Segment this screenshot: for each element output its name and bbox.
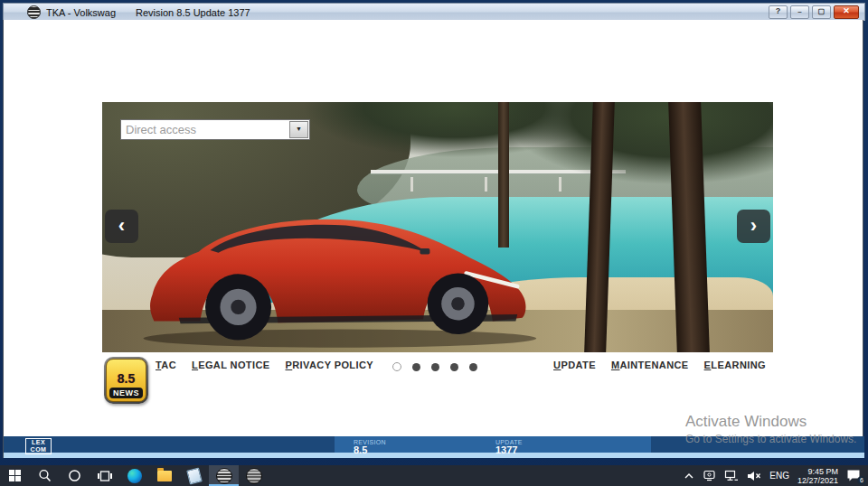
maximize-button[interactable]: ▢ <box>812 5 831 19</box>
hero-carousel: Direct access ▼ ‹ › <box>102 102 773 352</box>
news-badge[interactable]: 8.5 NEWS <box>104 357 148 404</box>
carousel-prev-button[interactable]: ‹ <box>105 210 138 243</box>
car-image <box>129 147 559 352</box>
carousel-dot[interactable] <box>469 363 477 371</box>
link-legal-notice[interactable]: LEGAL NOTICE <box>192 360 270 370</box>
carousel-dot[interactable] <box>392 362 401 371</box>
chevron-down-icon[interactable]: ▼ <box>289 121 308 138</box>
taskbar: ENG 9:45 PM 12/27/2021 6 <box>0 465 868 486</box>
device-tray-icon[interactable] <box>703 470 716 481</box>
lexcom-logo: LEX COM <box>25 438 52 454</box>
carousel-next-button[interactable]: › <box>737 210 770 243</box>
edge-button[interactable] <box>119 465 149 486</box>
window-title-revision: Revision 8.5 Update 1377 <box>136 7 250 18</box>
news-badge-label: NEWS <box>109 388 143 398</box>
link-elearning[interactable]: ELEARNING <box>704 360 766 370</box>
activate-windows-watermark-sub: Go to Settings to activate Windows. <box>685 433 856 445</box>
footer-links-left: TAC LEGAL NOTICE PRIVACY POLICY <box>156 360 373 370</box>
minimize-button[interactable]: – <box>790 5 809 19</box>
notes-app-button[interactable] <box>179 465 209 486</box>
direct-access-dropdown[interactable]: Direct access ▼ <box>120 119 310 140</box>
carousel-dot[interactable] <box>450 363 458 371</box>
link-update[interactable]: UPDATE <box>553 360 596 370</box>
window-titlebar[interactable]: TKA - Volkswag Revision 8.5 Update 1377 … <box>3 3 865 21</box>
cortana-button[interactable] <box>60 465 90 486</box>
chevron-right-icon: › <box>750 214 757 237</box>
carousel-dots <box>392 362 477 371</box>
revision-value: 8.5 <box>354 446 386 454</box>
cortana-icon <box>68 469 81 482</box>
file-explorer-button[interactable] <box>149 465 179 486</box>
language-indicator[interactable]: ENG <box>769 471 789 481</box>
search-button[interactable] <box>30 465 60 486</box>
news-badge-version: 8.5 <box>118 372 135 386</box>
start-button[interactable] <box>0 465 30 486</box>
footer-links-right: UPDATE MAINTENANCE ELEARNING <box>553 360 766 370</box>
task-view-button[interactable] <box>90 465 119 486</box>
folder-icon <box>157 471 172 481</box>
direct-access-value[interactable]: Direct access <box>121 121 289 138</box>
etka-app-button[interactable] <box>239 465 269 486</box>
activate-windows-watermark: Activate Windows <box>685 413 807 431</box>
desktop: TKA - Volkswag Revision 8.5 Update 1377 … <box>0 0 868 486</box>
system-tray: ENG 9:45 PM 12/27/2021 6 <box>684 467 868 485</box>
task-view-icon <box>98 470 112 482</box>
search-icon <box>38 469 52 482</box>
carousel-dot[interactable] <box>412 363 420 371</box>
link-tac[interactable]: TAC <box>156 360 176 370</box>
link-maintenance[interactable]: MAINTENANCE <box>611 360 689 370</box>
etka-app-button-active[interactable] <box>209 465 239 486</box>
update-value: 1377 <box>495 446 523 454</box>
revision-status: REVISION 8.5 <box>354 438 386 454</box>
link-privacy-policy[interactable]: PRIVACY POLICY <box>286 360 374 370</box>
etka-icon <box>246 468 262 484</box>
etka-icon <box>216 468 232 484</box>
window-title-app: TKA - Volkswag <box>46 7 116 18</box>
update-status: UPDATE 1377 <box>495 438 523 454</box>
windows-logo-icon <box>9 470 21 481</box>
edge-icon <box>127 469 142 483</box>
volume-muted-icon[interactable] <box>747 471 761 481</box>
status-bar-stripe <box>4 453 864 458</box>
app-logo-icon <box>27 5 41 19</box>
carousel-dot[interactable] <box>431 363 439 371</box>
clock-time: 9:45 PM <box>797 467 838 476</box>
taskbar-clock[interactable]: 9:45 PM 12/27/2021 <box>797 467 838 485</box>
notepad-icon <box>186 467 202 484</box>
clock-date: 12/27/2021 <box>797 476 838 485</box>
tray-expand-chevron-icon[interactable] <box>684 472 694 480</box>
action-center-button[interactable]: 6 <box>846 469 863 483</box>
network-icon[interactable] <box>724 470 739 481</box>
chevron-left-icon: ‹ <box>118 214 125 237</box>
close-button[interactable]: ✕ <box>834 5 859 19</box>
help-button[interactable]: ? <box>769 5 788 19</box>
notification-count-badge: 6 <box>857 476 866 485</box>
